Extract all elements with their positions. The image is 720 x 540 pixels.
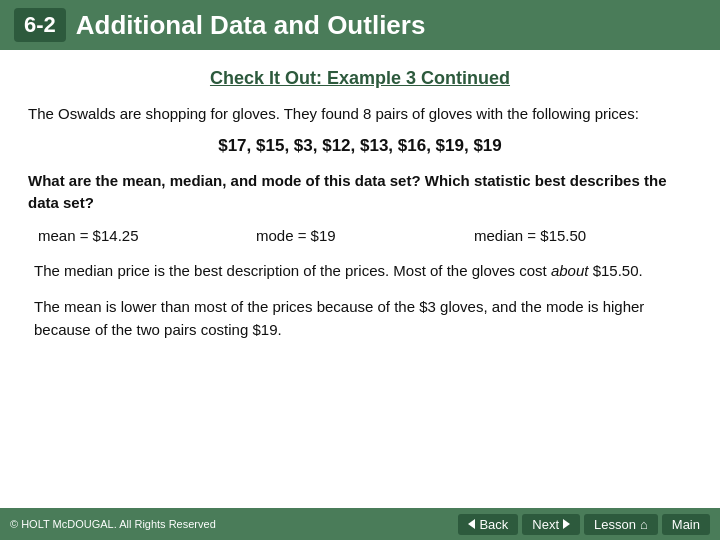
main-content: Check It Out: Example 3 Continued The Os… (0, 50, 720, 365)
description2-text: The mean is lower than most of the price… (28, 296, 692, 341)
main-label: Main (672, 517, 700, 532)
next-label: Next (532, 517, 559, 532)
mode-stat: mode = $19 (256, 227, 474, 244)
footer: © HOLT McDOUGAL. All Rights Reserved Bac… (0, 508, 720, 540)
section-title: Check It Out: Example 3 Continued (28, 68, 692, 89)
italic-about: about (551, 262, 589, 279)
lesson-button[interactable]: Lesson ⌂ (584, 514, 658, 535)
next-arrow-icon (563, 519, 570, 529)
mean-stat: mean = $14.25 (38, 227, 256, 244)
section-badge: 6-2 (14, 8, 66, 42)
back-button[interactable]: Back (458, 514, 518, 535)
page-title: Additional Data and Outliers (76, 10, 426, 41)
main-button[interactable]: Main (662, 514, 710, 535)
stats-row: mean = $14.25 mode = $19 median = $15.50 (28, 227, 692, 244)
question-text: What are the mean, median, and mode of t… (28, 170, 692, 215)
header: 6-2 Additional Data and Outliers (0, 0, 720, 50)
prices-text: $17, $15, $3, $12, $13, $16, $19, $19 (28, 136, 692, 156)
median-stat: median = $15.50 (474, 227, 692, 244)
house-icon: ⌂ (640, 517, 648, 532)
description1-text: The median price is the best description… (28, 260, 692, 283)
copyright-text: © HOLT McDOUGAL. All Rights Reserved (10, 518, 216, 530)
next-button[interactable]: Next (522, 514, 580, 535)
back-label: Back (479, 517, 508, 532)
intro-text: The Oswalds are shopping for gloves. The… (28, 103, 692, 126)
back-arrow-icon (468, 519, 475, 529)
footer-nav: Back Next Lesson ⌂ Main (458, 514, 710, 535)
lesson-label: Lesson (594, 517, 636, 532)
